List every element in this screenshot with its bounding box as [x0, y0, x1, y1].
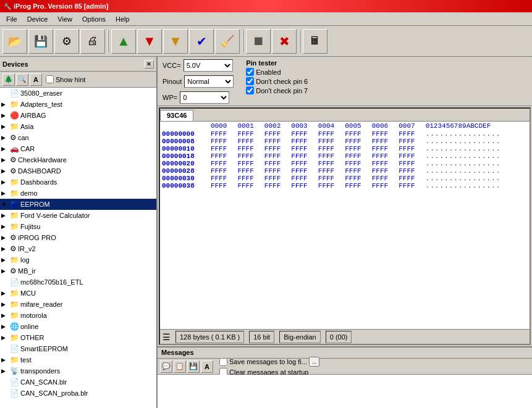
upload-button[interactable]: ▲ [111, 29, 136, 54]
tree-item[interactable]: ▶⚙iPROG PRO [0, 232, 156, 243]
stop-button[interactable]: ⏹ [246, 29, 271, 54]
read-button[interactable]: ▼ [163, 29, 188, 54]
tree-item[interactable]: ▶⚙can [0, 132, 156, 143]
hex-cell[interactable]: FFFF [263, 145, 289, 152]
hex-cell[interactable]: FFFF [370, 138, 397, 145]
hex-content[interactable]: 0000 0001 0002 0003 0004 0005 0006 0007 … [160, 122, 530, 329]
settings-button[interactable]: ⚙ [54, 29, 79, 54]
tree-item[interactable]: 📄CAN_SCAN.blr [0, 377, 156, 388]
tree-item[interactable]: ▶🌐online [0, 321, 156, 332]
hex-cell[interactable]: FFFF [209, 167, 235, 175]
hex-cell[interactable]: FFFF [343, 167, 369, 175]
menu-device[interactable]: Device [22, 14, 53, 24]
hex-cell[interactable]: FFFF [235, 167, 262, 175]
hex-cell[interactable]: FFFF [370, 175, 397, 182]
menu-help[interactable]: Help [111, 14, 135, 24]
tree-item[interactable]: ▶🔴AIRBAG [0, 110, 156, 121]
hex-cell[interactable]: FFFF [263, 138, 289, 145]
msg-btn-1[interactable]: 💬 [160, 360, 172, 373]
hex-cell[interactable]: FFFF [209, 160, 235, 167]
show-hint-checkbox[interactable] [46, 75, 54, 83]
hex-cell[interactable]: FFFF [316, 138, 343, 145]
msg-btn-2[interactable]: 📋 [174, 360, 186, 373]
hex-cell[interactable]: FFFF [289, 152, 316, 160]
hex-cell[interactable]: FFFF [370, 167, 397, 175]
tree-item[interactable]: ▶📁MCU [0, 288, 156, 299]
print-button[interactable]: 🖨 [80, 29, 105, 54]
open-button[interactable]: 📂 [2, 29, 27, 54]
hex-cell[interactable]: FFFF [209, 145, 235, 152]
hex-cell[interactable]: FFFF [370, 182, 397, 189]
msg-btn-3[interactable]: 💾 [187, 360, 200, 373]
hex-cell[interactable]: FFFF [316, 167, 343, 175]
hex-cell[interactable]: FFFF [397, 182, 423, 189]
msg-btn-4[interactable]: A [201, 360, 213, 373]
calc-button[interactable]: 🖩 [303, 29, 327, 54]
hex-cell[interactable]: FFFF [370, 130, 397, 138]
save-log-checkbox[interactable] [219, 358, 227, 366]
hex-cell[interactable]: FFFF [343, 138, 369, 145]
hex-cell[interactable]: FFFF [263, 167, 289, 175]
hex-cell[interactable]: FFFF [235, 160, 262, 167]
tree-item[interactable]: 📄mc68hc705b16_ETL [0, 277, 156, 288]
hex-cell[interactable]: FFFF [343, 160, 369, 167]
tree-item[interactable]: ▶📁motorola [0, 310, 156, 321]
hex-cell[interactable]: FFFF [343, 182, 369, 189]
tree-item[interactable]: ▶📁OTHER [0, 332, 156, 343]
tree-item[interactable]: ▼📁EEPROM [0, 199, 156, 210]
hex-cell[interactable]: FFFF [235, 130, 262, 138]
check-pin6-checkbox[interactable] [246, 77, 254, 85]
tree-item[interactable]: ▶🚗CAR [0, 143, 156, 154]
hex-cell[interactable]: FFFF [343, 145, 369, 152]
tree-item[interactable]: ▶📁mifare_reader [0, 299, 156, 310]
close-devices-button[interactable]: ✕ [144, 60, 154, 69]
hex-cell[interactable]: FFFF [316, 152, 343, 160]
tree-item[interactable]: ▶📁Fujitsu [0, 221, 156, 232]
messages-content[interactable] [158, 375, 532, 408]
tree-item[interactable]: ▶📁Asia [0, 121, 156, 132]
hex-cell[interactable]: FFFF [235, 152, 262, 160]
hex-cell[interactable]: FFFF [370, 152, 397, 160]
hex-cell[interactable]: FFFF [397, 130, 423, 138]
hex-cell[interactable]: FFFF [209, 182, 235, 189]
hex-cell[interactable]: FFFF [209, 138, 235, 145]
tree-item[interactable]: ▶📁test [0, 354, 156, 365]
menu-view[interactable]: View [53, 14, 77, 24]
hex-cell[interactable]: FFFF [316, 182, 343, 189]
hex-cell[interactable]: FFFF [289, 145, 316, 152]
tree-item[interactable]: ▶⚙IR_v2 [0, 243, 156, 254]
hex-cell[interactable]: FFFF [343, 175, 369, 182]
hex-cell[interactable]: FFFF [397, 138, 423, 145]
vcc-select[interactable]: 5.0V 3.3V [184, 59, 233, 72]
download-button[interactable]: ▼ [137, 29, 162, 54]
tree-item[interactable]: ▶⚙MB_ir [0, 265, 156, 277]
tree-item[interactable]: 📄35080_eraser [0, 88, 156, 99]
wp-select[interactable]: 0 1 [180, 91, 229, 104]
hex-cell[interactable]: FFFF [289, 138, 316, 145]
tree-item[interactable]: ▶📡transponders [0, 365, 156, 377]
hex-cell[interactable]: FFFF [289, 175, 316, 182]
write-button[interactable]: ✔ [189, 29, 214, 54]
cancel-button[interactable]: ✖ [272, 29, 297, 54]
hex-cell[interactable]: FFFF [263, 160, 289, 167]
hex-cell[interactable]: FFFF [209, 130, 235, 138]
hex-cell[interactable]: FFFF [397, 145, 423, 152]
search-button[interactable]: 🔍 [16, 73, 28, 86]
hex-cell[interactable]: FFFF [316, 130, 343, 138]
pinout-select[interactable]: Normal Reversed [184, 75, 234, 88]
hex-cell[interactable]: FFFF [263, 175, 289, 182]
hex-cell[interactable]: FFFF [289, 130, 316, 138]
menu-file[interactable]: File [1, 14, 22, 24]
tab-93c46[interactable]: 93C46 [160, 110, 193, 121]
hex-cell[interactable]: FFFF [397, 167, 423, 175]
hex-cell[interactable]: FFFF [343, 152, 369, 160]
hex-cell[interactable]: FFFF [397, 152, 423, 160]
hex-cell[interactable]: FFFF [235, 175, 262, 182]
check-pin7-checkbox[interactable] [246, 86, 254, 94]
hex-cell[interactable]: FFFF [397, 175, 423, 182]
hex-cell[interactable]: FFFF [343, 130, 369, 138]
hex-cell[interactable]: FFFF [316, 160, 343, 167]
tree-item[interactable]: ▶📁Dashboards [0, 177, 156, 188]
tree-item[interactable]: ▶📁log [0, 254, 156, 265]
hex-cell[interactable]: FFFF [289, 182, 316, 189]
